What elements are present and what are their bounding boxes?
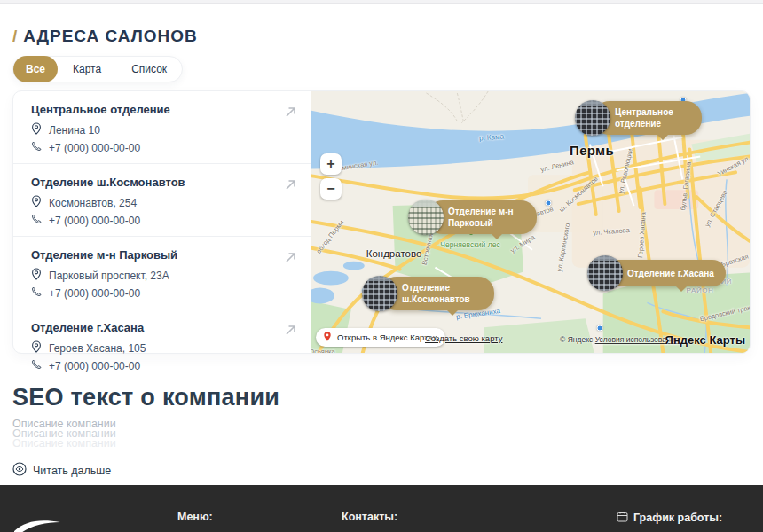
location-pin-icon xyxy=(31,195,42,210)
location-pin-icon xyxy=(31,340,42,356)
map-marker-parkovy[interactable]: Отделение м-н Парковый xyxy=(427,200,537,234)
read-more-label: Читать дальше xyxy=(33,465,111,477)
map-zoom-in-button[interactable]: + xyxy=(320,153,342,175)
branch-address: Ленина 10 xyxy=(49,124,100,137)
seo-description-line: Описание компании xyxy=(12,439,751,449)
branch-photo-thumbnail xyxy=(575,100,610,136)
branch-address: Космонавтов, 254 xyxy=(49,197,137,209)
branch-name: Отделение ш.Космонавтов xyxy=(31,176,271,189)
map-forest-label: Черняевский лес xyxy=(440,240,499,249)
marker-tail xyxy=(446,309,459,316)
map-marker-khasana[interactable]: Отделение г.Хасана xyxy=(606,260,726,286)
addresses-section: /АДРЕСА САЛОНОВ Все Карта Список Централ… xyxy=(0,27,763,480)
phone-icon xyxy=(31,359,42,372)
open-in-yandex-maps-label: Открыть в Яндекс Картах xyxy=(337,332,437,342)
footer-schedule-heading: График работы: xyxy=(617,511,722,525)
marker-label: Отделение г.Хасана xyxy=(627,268,714,279)
map-river-label: р. Кама xyxy=(479,133,505,143)
location-pin-icon xyxy=(31,122,42,137)
marker-tail xyxy=(675,286,688,292)
yandex-maps-logo[interactable]: Яндекс Карты xyxy=(665,333,745,347)
marker-label: Центральное отделение xyxy=(615,106,690,129)
branch-item-kosmonavtov[interactable]: Отделение ш.Космонавтов Космонавтов, 254… xyxy=(13,163,311,236)
page-title-text: АДРЕСА САЛОНОВ xyxy=(23,27,197,45)
footer-logo xyxy=(12,517,62,532)
calendar-icon xyxy=(617,511,628,525)
create-own-map-link[interactable]: Создать свою карту xyxy=(425,333,502,343)
branch-name: Отделение г.Хасана xyxy=(31,321,271,334)
tab-map[interactable]: Карта xyxy=(58,56,116,82)
seo-description: Описание компании Описание компании Опис… xyxy=(12,419,751,449)
view-switcher-tabs: Все Карта Список xyxy=(12,56,183,82)
page-footer: Меню: Контакты: График работы: xyxy=(0,485,763,532)
map-marker-kosmonavtov[interactable]: Отделение ш.Космонавтов xyxy=(381,277,494,310)
branch-list: Центральное отделение Ленина 10 +7 (000)… xyxy=(13,91,311,353)
seo-description-line: Описание компании xyxy=(12,429,751,439)
map-city-label: Пермь xyxy=(570,143,614,158)
top-header-strip xyxy=(0,0,763,4)
marker-tail xyxy=(491,233,503,239)
phone-icon xyxy=(31,214,42,227)
transit-stop-dot xyxy=(597,325,603,332)
phone-icon xyxy=(31,141,42,154)
marker-label: Отделение ш.Космонавтов xyxy=(402,282,483,305)
branch-phone: +7 (000) 000-00-00 xyxy=(49,215,140,227)
branch-item-khasana[interactable]: Отделение г.Хасана Героев Хасана, 105 +7… xyxy=(13,309,311,381)
read-more-link[interactable]: Читать дальше xyxy=(12,462,111,479)
open-branch-arrow-icon[interactable] xyxy=(283,177,298,196)
branch-name: Центральное отделение xyxy=(31,103,271,116)
branch-phone: +7 (000) 000-00-00 xyxy=(49,142,140,154)
branch-phone: +7 (000) 000-00-00 xyxy=(49,287,140,300)
open-branch-arrow-icon[interactable] xyxy=(283,323,298,341)
footer-schedule-label: График работы: xyxy=(633,512,722,524)
map-copyright: © Яндекс Условия использования xyxy=(560,335,679,344)
map-village-label: Осьянка xyxy=(311,348,335,354)
yandex-copyright-label: © Яндекс xyxy=(560,335,593,344)
marker-label: Отделение м-н Парковый xyxy=(448,206,525,229)
tab-all[interactable]: Все xyxy=(13,56,58,82)
seo-heading: SEO текст о компании xyxy=(12,384,751,411)
eye-icon xyxy=(12,462,27,479)
branch-name: Отделение м-н Парковый xyxy=(31,248,271,262)
footer-contacts-heading: Контакты: xyxy=(342,511,397,523)
red-pin-icon xyxy=(322,331,333,344)
page-title: /АДРЕСА САЛОНОВ xyxy=(12,27,751,46)
branch-photo-thumbnail xyxy=(587,255,623,291)
branch-item-parkovy[interactable]: Отделение м-н Парковый Парковый проспект… xyxy=(13,236,311,309)
phone-icon xyxy=(31,286,42,300)
open-branch-arrow-icon[interactable] xyxy=(283,250,298,269)
tab-list[interactable]: Список xyxy=(116,56,182,82)
map-marker-central[interactable]: Центральное отделение xyxy=(594,101,702,135)
yandex-map-canvas[interactable]: Пермь Кондратово Черняевский лес СВЕРДЛО… xyxy=(311,91,750,353)
footer-menu-heading: Меню: xyxy=(177,511,213,523)
seo-description-line: Описание компании xyxy=(12,419,751,429)
branch-item-central[interactable]: Центральное отделение Ленина 10 +7 (000)… xyxy=(13,91,311,163)
location-pin-icon xyxy=(31,268,42,283)
branch-photo-thumbnail xyxy=(408,200,444,235)
map-zoom-out-button[interactable]: − xyxy=(320,178,342,200)
title-slash-decoration: / xyxy=(12,27,18,45)
branch-photo-thumbnail xyxy=(362,276,397,311)
open-branch-arrow-icon[interactable] xyxy=(283,105,298,123)
branch-phone: +7 (000) 000-00-00 xyxy=(49,360,140,372)
map-town-label: Кондратово xyxy=(366,248,422,259)
marker-tail xyxy=(657,134,669,140)
branch-address: Героев Хасана, 105 xyxy=(49,342,146,355)
branches-card: Центральное отделение Ленина 10 +7 (000)… xyxy=(12,90,751,354)
branch-address: Парковый проспект, 23А xyxy=(49,270,169,282)
transit-stop-dot xyxy=(546,200,552,207)
